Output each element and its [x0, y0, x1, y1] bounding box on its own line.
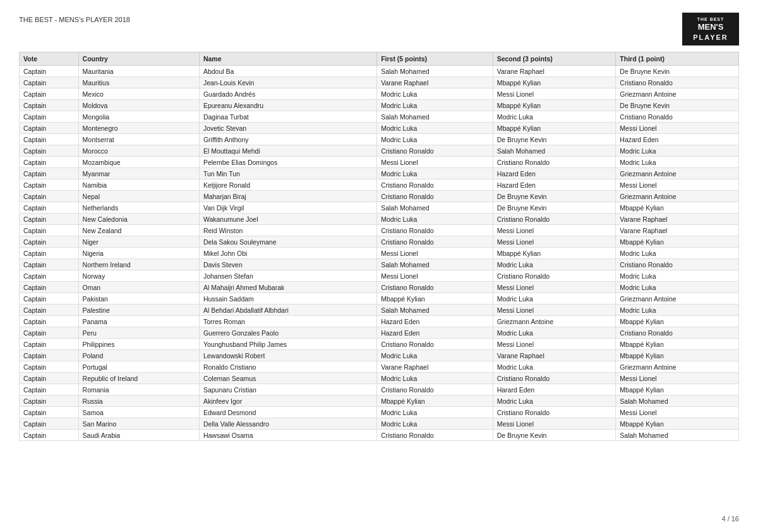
table-cell: Reid Winston	[199, 225, 376, 236]
table-cell: Captain	[20, 77, 79, 88]
table-cell: Griezmann Antoine	[616, 191, 739, 202]
table-cell: Saudi Arabia	[78, 430, 199, 441]
table-cell: Della Valle Alessandro	[199, 418, 376, 430]
table-cell: De Bruyne Kevin	[493, 134, 616, 145]
table-cell: Cristiano Ronaldo	[377, 430, 493, 441]
logo-box: THE BEST MEN'S PLAYER	[682, 13, 739, 45]
table-cell: Salah Mohamed	[616, 396, 739, 407]
table-cell: Guardado Andrés	[199, 88, 376, 100]
table-row: CaptainPortugalRonaldo CristianoVarane R…	[20, 361, 739, 373]
table-cell: Cristiano Ronaldo	[616, 259, 739, 270]
table-cell: New Caledonia	[78, 214, 199, 225]
table-cell: Griezmann Antoine	[616, 293, 739, 305]
column-header: Name	[199, 52, 376, 66]
table-cell: Sapunaru Cristian	[199, 384, 376, 396]
table-cell: Modric Luka	[616, 270, 739, 282]
table-cell: Cristiano Ronaldo	[377, 236, 493, 248]
table-cell: Messi Lionel	[493, 236, 616, 248]
table-cell: Salah Mohamed	[377, 111, 493, 123]
table-cell: Ronaldo Cristiano	[199, 361, 376, 373]
table-cell: Dela Sakou Souleymane	[199, 236, 376, 248]
table-cell: Mongolia	[78, 111, 199, 123]
page-container: THE BEST - MENS's PLAYER 2018 THE BEST M…	[0, 0, 758, 532]
table-cell: Abdoul Ba	[199, 66, 376, 77]
table-cell: Captain	[20, 191, 79, 202]
table-row: CaptainPanamaTorres RomanHazard EdenGrie…	[20, 316, 739, 327]
table-row: CaptainMontenegroJovetic StevanModric Lu…	[20, 123, 739, 134]
table-cell: Salah Mohamed	[377, 259, 493, 270]
table-cell: Mbappé Kylian	[493, 77, 616, 88]
table-cell: Captain	[20, 168, 79, 179]
table-cell: Peru	[78, 327, 199, 339]
table-cell: Modric Luka	[377, 134, 493, 145]
table-cell: Messi Lionel	[377, 157, 493, 168]
table-cell: Varane Raphael	[377, 361, 493, 373]
table-cell: Russia	[78, 396, 199, 407]
table-cell: San Marino	[78, 418, 199, 430]
table-cell: Captain	[20, 157, 79, 168]
table-cell: Captain	[20, 384, 79, 396]
column-header: First (5 points)	[377, 52, 493, 66]
table-cell: Niger	[78, 236, 199, 248]
table-cell: Modric Luka	[377, 418, 493, 430]
table-cell: Myanmar	[78, 168, 199, 179]
table-cell: Mikel John Obi	[199, 248, 376, 259]
table-cell: Cristiano Ronaldo	[616, 327, 739, 339]
data-table: VoteCountryNameFirst (5 points)Second (3…	[19, 52, 739, 441]
table-row: CaptainMoldovaEpureanu AlexandruModric L…	[20, 100, 739, 111]
table-cell: Akinfeev Igor	[199, 396, 376, 407]
table-cell: Captain	[20, 100, 79, 111]
table-cell: Mbappé Kylian	[616, 316, 739, 327]
table-cell: Griezmann Antoine	[616, 168, 739, 179]
table-cell: Johansen Stefan	[199, 270, 376, 282]
column-header: Second (3 points)	[493, 52, 616, 66]
table-cell: Montserrat	[78, 134, 199, 145]
table-cell: Nigeria	[78, 248, 199, 259]
table-cell: Salah Mohamed	[616, 430, 739, 441]
table-cell: Panama	[78, 316, 199, 327]
table-cell: Romania	[78, 384, 199, 396]
table-cell: Mbappé Kylian	[493, 123, 616, 134]
table-cell: Mbappé Kylian	[493, 248, 616, 259]
table-row: CaptainMongoliaDaginaa TurbatSalah Moham…	[20, 111, 739, 123]
table-row: CaptainPolandLewandowski RobertModric Lu…	[20, 350, 739, 361]
table-cell: Cristiano Ronaldo	[377, 225, 493, 236]
table-cell: Captain	[20, 145, 79, 157]
table-cell: De Bruyne Kevin	[616, 100, 739, 111]
table-cell: Modric Luka	[493, 259, 616, 270]
table-cell: De Bruyne Kevin	[493, 191, 616, 202]
table-cell: Lewandowski Robert	[199, 350, 376, 361]
table-cell: Ketjijore Ronald	[199, 179, 376, 191]
table-cell: Modric Luka	[377, 168, 493, 179]
table-row: CaptainNigeriaMikel John ObiMessi Lionel…	[20, 248, 739, 259]
table-cell: Northern Ireland	[78, 259, 199, 270]
table-cell: Modric Luka	[616, 282, 739, 293]
table-cell: Samoa	[78, 407, 199, 418]
table-cell: Coleman Seamus	[199, 373, 376, 384]
table-row: CaptainRepublic of IrelandColeman Seamus…	[20, 373, 739, 384]
table-cell: Modric Luka	[377, 350, 493, 361]
table-cell: Cristiano Ronaldo	[616, 77, 739, 88]
table-cell: Younghusband Philip James	[199, 339, 376, 350]
table-cell: Cristiano Ronaldo	[377, 191, 493, 202]
table-cell: Mbappé Kylian	[616, 384, 739, 396]
table-cell: Hazard Eden	[616, 134, 739, 145]
table-cell: Mbappé Kylian	[616, 236, 739, 248]
table-cell: Salah Mohamed	[493, 145, 616, 157]
table-cell: Captain	[20, 179, 79, 191]
table-cell: Modric Luka	[377, 88, 493, 100]
table-cell: Epureanu Alexandru	[199, 100, 376, 111]
table-cell: Griezmann Antoine	[616, 361, 739, 373]
table-cell: De Bruyne Kevin	[493, 430, 616, 441]
table-cell: Varane Raphael	[616, 225, 739, 236]
table-cell: Nepal	[78, 191, 199, 202]
table-cell: Captain	[20, 418, 79, 430]
table-cell: Captain	[20, 225, 79, 236]
table-cell: Modric Luka	[377, 373, 493, 384]
logo-line2: MEN'S	[689, 22, 733, 33]
table-cell: Captain	[20, 123, 79, 134]
table-row: CaptainMauritiusJean-Louis KevinVarane R…	[20, 77, 739, 88]
table-cell: Modric Luka	[616, 157, 739, 168]
header-row: THE BEST - MENS's PLAYER 2018 THE BEST M…	[19, 13, 739, 45]
table-cell: Modric Luka	[493, 293, 616, 305]
